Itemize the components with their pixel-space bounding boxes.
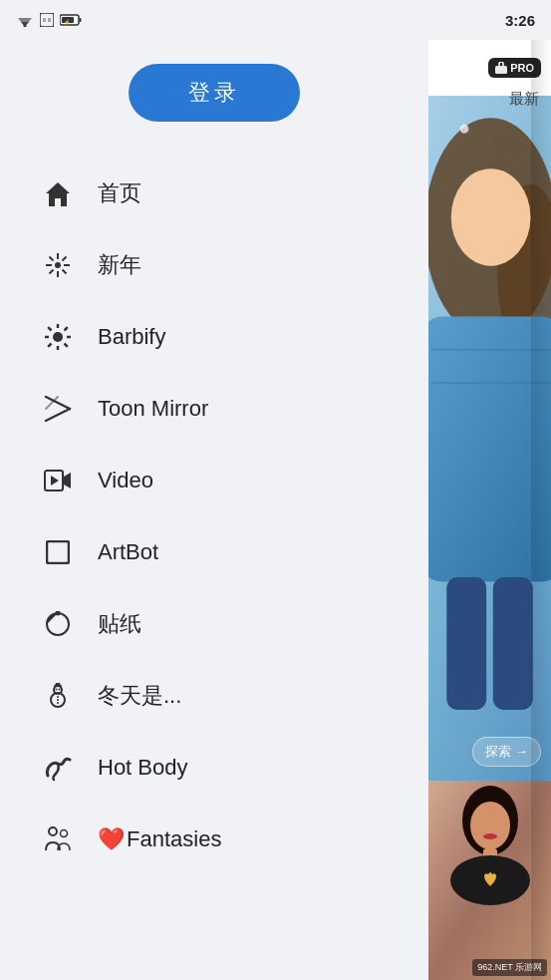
hot-body-icon <box>40 750 76 786</box>
svg-line-30 <box>46 409 70 421</box>
nav-label-home: 首页 <box>98 178 141 208</box>
svg-point-20 <box>53 332 63 342</box>
nav-label-hot-body: Hot Body <box>98 755 188 781</box>
nav-item-artbot[interactable]: ArtBot <box>20 516 428 588</box>
login-button[interactable]: 登录 <box>129 64 300 122</box>
nav-item-barbify[interactable]: Barbify <box>20 301 428 373</box>
svg-line-15 <box>50 257 54 261</box>
heart-icon: ❤️ <box>98 826 125 851</box>
nav-item-video[interactable]: Video <box>20 445 428 516</box>
nav-label-toon-mirror: Toon Mirror <box>98 396 208 422</box>
home-icon <box>40 175 76 211</box>
nav-label-stickers: 贴纸 <box>98 609 141 639</box>
svg-point-45 <box>57 702 59 704</box>
svg-rect-57 <box>493 577 533 710</box>
winter-icon <box>40 678 76 714</box>
svg-rect-35 <box>47 541 69 563</box>
nav-item-home[interactable]: 首页 <box>20 158 428 229</box>
svg-point-41 <box>56 689 58 691</box>
nav-label-video: Video <box>98 468 153 493</box>
svg-rect-48 <box>495 66 507 74</box>
nav-item-toon-mirror[interactable]: Toon Mirror <box>20 373 428 445</box>
svg-marker-33 <box>64 473 71 489</box>
nav-label-new-year: 新年 <box>98 250 141 280</box>
nav-item-stickers[interactable]: 贴纸 <box>20 588 428 660</box>
nav-list: 首页 新年 <box>0 158 428 875</box>
fantasies-icon <box>40 821 76 857</box>
drawer: 登录 首页 <box>0 40 428 980</box>
nav-item-fantasies[interactable]: ❤️Fantasies <box>20 804 428 875</box>
svg-line-27 <box>65 327 68 330</box>
svg-line-18 <box>50 270 54 274</box>
svg-point-66 <box>483 833 497 839</box>
toon-mirror-icon <box>40 391 76 427</box>
svg-line-28 <box>48 344 51 347</box>
svg-point-65 <box>470 802 510 849</box>
status-bar-left: ⚡ <box>16 13 82 27</box>
svg-marker-10 <box>46 182 70 206</box>
svg-line-26 <box>65 344 68 347</box>
svg-rect-3 <box>40 13 54 27</box>
artbot-icon <box>40 534 76 570</box>
svg-point-43 <box>57 696 59 698</box>
svg-point-42 <box>59 689 61 691</box>
svg-text:⚡: ⚡ <box>64 19 71 26</box>
nav-label-artbot: ArtBot <box>98 539 158 565</box>
sim-icon <box>40 13 54 27</box>
svg-rect-56 <box>446 577 486 710</box>
stickers-icon <box>40 606 76 642</box>
svg-line-29 <box>46 397 70 409</box>
svg-line-16 <box>63 270 67 274</box>
status-time: 3:26 <box>505 12 535 29</box>
svg-rect-40 <box>56 683 61 686</box>
svg-point-60 <box>460 125 469 134</box>
wifi-icon <box>16 13 34 27</box>
status-bar: ⚡ 3:26 <box>0 0 551 40</box>
svg-point-47 <box>61 830 68 837</box>
svg-rect-5 <box>48 18 51 22</box>
svg-line-17 <box>63 257 67 261</box>
nav-item-winter[interactable]: 冬天是... <box>20 660 428 732</box>
svg-line-25 <box>48 327 51 330</box>
main-layout: 登录 首页 <box>0 40 551 980</box>
svg-point-19 <box>55 262 61 268</box>
svg-point-52 <box>451 168 531 266</box>
video-icon <box>40 463 76 498</box>
nav-label-barbify: Barbify <box>98 324 165 350</box>
nav-label-fantasies: ❤️Fantasies <box>98 826 221 852</box>
login-button-wrapper: 登录 <box>0 64 428 122</box>
barbify-icon <box>40 319 76 355</box>
nav-item-hot-body[interactable]: Hot Body <box>20 732 428 804</box>
svg-rect-4 <box>43 18 46 22</box>
nav-label-winter: 冬天是... <box>98 681 181 711</box>
briefcase-icon <box>495 62 507 74</box>
svg-marker-34 <box>51 476 59 486</box>
battery-icon: ⚡ <box>60 14 82 26</box>
fireworks-icon <box>40 247 76 283</box>
svg-rect-7 <box>80 18 82 22</box>
svg-point-36 <box>56 611 61 616</box>
svg-point-44 <box>57 699 59 701</box>
drawer-shadow <box>531 40 551 980</box>
svg-point-46 <box>49 827 57 835</box>
nav-item-new-year[interactable]: 新年 <box>20 229 428 301</box>
